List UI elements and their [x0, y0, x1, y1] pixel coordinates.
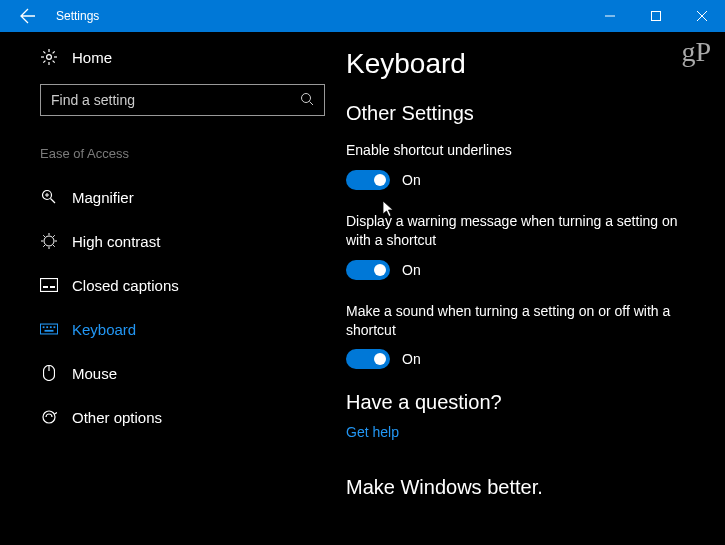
sidebar-item-mouse[interactable]: Mouse — [40, 351, 340, 395]
home-label: Home — [72, 49, 112, 66]
svg-point-13 — [302, 93, 311, 102]
search-icon — [300, 92, 314, 109]
mouse-icon — [40, 364, 58, 382]
page-title: Keyboard — [346, 48, 703, 80]
sidebar-item-high-contrast[interactable]: High contrast — [40, 219, 340, 263]
svg-rect-35 — [54, 326, 56, 328]
svg-line-26 — [53, 235, 55, 237]
svg-rect-28 — [41, 279, 58, 292]
magnifier-icon — [40, 188, 58, 206]
svg-rect-36 — [45, 330, 54, 332]
options-icon — [40, 408, 58, 426]
sidebar-item-label: Keyboard — [72, 321, 136, 338]
captions-icon — [40, 276, 58, 294]
sidebar-item-closed-captions[interactable]: Closed captions — [40, 263, 340, 307]
watermark: gP — [681, 36, 711, 68]
search-placeholder: Find a setting — [51, 92, 135, 108]
sidebar-item-label: Magnifier — [72, 189, 134, 206]
minimize-icon — [605, 11, 615, 21]
svg-line-24 — [43, 235, 45, 237]
contrast-icon — [40, 232, 58, 250]
search-input[interactable]: Find a setting — [40, 84, 325, 116]
gear-icon — [40, 48, 58, 66]
svg-line-11 — [53, 51, 55, 53]
sidebar-item-magnifier[interactable]: Magnifier — [40, 175, 340, 219]
sidebar-item-other-options[interactable]: Other options — [40, 395, 340, 439]
svg-line-12 — [43, 61, 45, 63]
toggle-shortcut-underlines[interactable] — [346, 170, 390, 190]
close-button[interactable] — [679, 0, 725, 32]
sidebar-item-label: Closed captions — [72, 277, 179, 294]
svg-rect-32 — [43, 326, 45, 328]
window-title: Settings — [56, 9, 99, 23]
svg-rect-31 — [40, 324, 57, 334]
better-heading: Make Windows better. — [346, 476, 703, 499]
svg-rect-29 — [43, 286, 48, 288]
svg-rect-34 — [50, 326, 52, 328]
sidebar-item-label: High contrast — [72, 233, 160, 250]
svg-point-4 — [47, 55, 52, 60]
svg-line-16 — [51, 199, 56, 204]
keyboard-icon — [40, 320, 58, 338]
close-icon — [697, 11, 707, 21]
maximize-button[interactable] — [633, 0, 679, 32]
svg-rect-30 — [50, 286, 55, 288]
sidebar-item-keyboard[interactable]: Keyboard — [40, 307, 340, 351]
svg-line-9 — [43, 51, 45, 53]
question-heading: Have a question? — [346, 391, 703, 414]
svg-point-19 — [44, 236, 54, 246]
main-panel: Keyboard Other Settings Enable shortcut … — [340, 32, 725, 545]
maximize-icon — [651, 11, 661, 21]
toggle-warning-message[interactable] — [346, 260, 390, 280]
svg-line-10 — [53, 61, 55, 63]
svg-point-39 — [43, 411, 55, 423]
toggle-sound[interactable] — [346, 349, 390, 369]
svg-line-25 — [53, 245, 55, 247]
minimize-button[interactable] — [587, 0, 633, 32]
setting-label: Enable shortcut underlines — [346, 141, 703, 160]
svg-rect-33 — [46, 326, 48, 328]
setting-label: Make a sound when turning a setting on o… — [346, 302, 703, 340]
sidebar-item-label: Other options — [72, 409, 162, 426]
toggle-state: On — [402, 172, 421, 188]
get-help-link[interactable]: Get help — [346, 424, 703, 440]
home-link[interactable]: Home — [40, 48, 340, 66]
svg-rect-1 — [652, 12, 661, 21]
category-heading: Ease of Access — [40, 146, 340, 161]
toggle-state: On — [402, 351, 421, 367]
titlebar: Settings — [0, 0, 725, 32]
svg-line-14 — [310, 101, 314, 105]
back-arrow-icon — [20, 8, 36, 24]
section-title: Other Settings — [346, 102, 703, 125]
back-button[interactable] — [8, 8, 48, 24]
sidebar: Home Find a setting Ease of Access Magni… — [0, 32, 340, 545]
svg-line-27 — [43, 245, 45, 247]
setting-label: Display a warning message when turning a… — [346, 212, 703, 250]
sidebar-item-label: Mouse — [72, 365, 117, 382]
toggle-state: On — [402, 262, 421, 278]
